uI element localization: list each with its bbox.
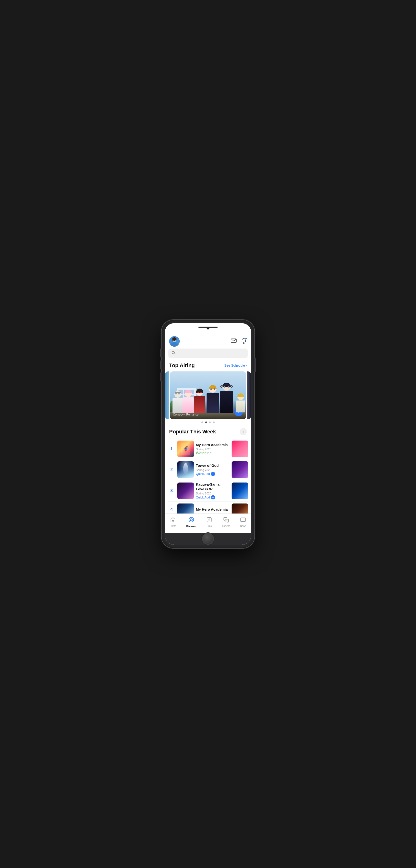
anime-info-3: Kaguya-Sama: Love is W... Spring 2020 Qu… xyxy=(196,482,229,499)
carousel-main[interactable]: Kaguya-Sama: Love is War Comedy • Romanc… xyxy=(170,371,246,419)
anime-list: 1 🦸 My Hero Academia Spring 2020 Watchin… xyxy=(165,439,251,514)
header-icons xyxy=(231,338,247,345)
char1 xyxy=(172,391,184,412)
nav-forums[interactable]: Forums xyxy=(220,516,232,528)
char5 xyxy=(219,383,234,412)
notifications-button[interactable] xyxy=(241,338,247,345)
search-bar[interactable] xyxy=(168,348,248,358)
quick-add-label-2: Quick Add xyxy=(196,472,210,475)
headphones xyxy=(220,384,233,389)
top-airing-title: Top Airing xyxy=(169,362,195,369)
nav-forums-label: Forums xyxy=(222,525,230,527)
svg-line-8 xyxy=(174,353,175,354)
thumb-tog[interactable] xyxy=(177,461,194,478)
thumb-mha[interactable]: 🦸 xyxy=(177,440,194,457)
thumb-4[interactable] xyxy=(177,503,194,514)
quick-add-label-3: Quick Add xyxy=(196,496,210,499)
header xyxy=(165,334,251,348)
top-airing-header: Top Airing See Schedule › xyxy=(165,362,251,371)
svg-point-10 xyxy=(190,519,192,521)
carousel-dots xyxy=(165,422,251,424)
char4 xyxy=(206,385,220,412)
svg-point-6 xyxy=(243,343,245,344)
forums-icon xyxy=(223,517,229,524)
phone-frame: Top Airing See Schedule › xyxy=(162,320,254,548)
popular-more-button[interactable]: › xyxy=(240,428,247,435)
nav-news-label: News xyxy=(240,525,246,527)
thumb-rank5[interactable] xyxy=(232,440,248,457)
carousel-peek-left xyxy=(165,371,169,419)
nav-news[interactable]: News xyxy=(238,516,248,528)
quick-add-circle-2[interactable]: + xyxy=(211,472,215,476)
lists-icon xyxy=(206,517,212,524)
rank-1: 1 xyxy=(168,446,175,452)
status-bar xyxy=(165,323,251,334)
rank-4: 4 xyxy=(168,507,175,512)
home-icon xyxy=(170,517,176,524)
watching-badge: Watching xyxy=(196,451,229,455)
quick-add-3[interactable]: Quick Add + xyxy=(196,495,229,499)
chevron-right-icon: › xyxy=(243,430,244,434)
nav-lists-label: Lists xyxy=(207,525,212,527)
search-icon xyxy=(171,351,175,356)
svg-point-9 xyxy=(189,517,194,522)
discover-icon xyxy=(188,517,194,524)
featured-genres: Comedy • Romance xyxy=(173,413,243,416)
anime-row-3: 3 Kaguya-Sama: Love is W... Spring 2020 … xyxy=(168,480,248,502)
nav-discover-label: Discover xyxy=(186,525,196,528)
nav-home[interactable]: Home xyxy=(168,516,178,528)
anime-name-1: My Hero Academia xyxy=(196,442,229,447)
dot-1[interactable] xyxy=(201,422,203,424)
char6 xyxy=(235,393,246,412)
char3 xyxy=(193,389,206,412)
dot-3[interactable] xyxy=(209,422,211,424)
notification-dot xyxy=(245,337,247,340)
svg-rect-13 xyxy=(225,519,228,522)
speaker xyxy=(198,327,218,328)
svg-rect-4 xyxy=(172,338,173,341)
bottom-nav: Home Discover xyxy=(165,514,251,533)
dot-2[interactable] xyxy=(205,422,207,424)
anime-row-1: 1 🦸 My Hero Academia Spring 2020 Watchin… xyxy=(168,439,248,459)
news-icon xyxy=(240,517,246,524)
home-button-area xyxy=(165,533,251,545)
rank-3: 3 xyxy=(168,488,175,493)
avatar[interactable] xyxy=(169,336,180,347)
anime-row-4: 4 My Hero Academia xyxy=(168,502,248,514)
anime-season-2: Spring 2020 xyxy=(196,468,229,472)
thumb-rank6[interactable] xyxy=(232,461,248,478)
phone-screen: Top Airing See Schedule › xyxy=(165,323,251,545)
carousel-wrapper: Kaguya-Sama: Love is War Comedy • Romanc… xyxy=(165,371,251,419)
anime-info-1: My Hero Academia Spring 2020 Watching xyxy=(196,442,229,455)
anime-name-2: Tower of God xyxy=(196,463,229,468)
popular-header: Popular This Week › xyxy=(165,427,251,439)
char2 xyxy=(182,390,194,412)
anime-name-4: My Hero Academia xyxy=(196,507,229,512)
thumb-rank7[interactable] xyxy=(232,483,248,499)
anime-row-2: 2 Tower of God Spring 2020 Quick Add + xyxy=(168,459,248,480)
home-button[interactable] xyxy=(202,533,214,545)
thumb-kaguya[interactable] xyxy=(177,483,194,499)
anime-info-4: My Hero Academia xyxy=(196,507,229,512)
quick-add-2[interactable]: Quick Add + xyxy=(196,472,229,476)
anime-name-3: Kaguya-Sama: Love is W... xyxy=(196,482,229,491)
svg-rect-12 xyxy=(224,518,227,520)
anime-info-2: Tower of God Spring 2020 Quick Add + xyxy=(196,463,229,476)
nav-discover[interactable]: Discover xyxy=(184,516,198,528)
svg-rect-11 xyxy=(207,518,211,522)
dot-4[interactable] xyxy=(213,422,215,424)
popular-title: Popular This Week xyxy=(169,429,216,435)
quick-add-circle-3[interactable]: + xyxy=(211,495,215,499)
thumb-rank8[interactable] xyxy=(232,503,248,514)
carousel-peek-right xyxy=(247,371,251,419)
anime-season-1: Spring 2020 xyxy=(196,448,229,451)
chevron-right-icon: › xyxy=(246,364,247,367)
anime-season-3: Spring 2020 xyxy=(196,492,229,495)
rank-2: 2 xyxy=(168,467,175,472)
see-schedule-link[interactable]: See Schedule › xyxy=(224,364,247,367)
app-content: Top Airing See Schedule › xyxy=(165,334,251,533)
nav-home-label: Home xyxy=(170,525,176,527)
nav-lists[interactable]: Lists xyxy=(204,516,214,528)
messages-button[interactable] xyxy=(231,338,237,345)
